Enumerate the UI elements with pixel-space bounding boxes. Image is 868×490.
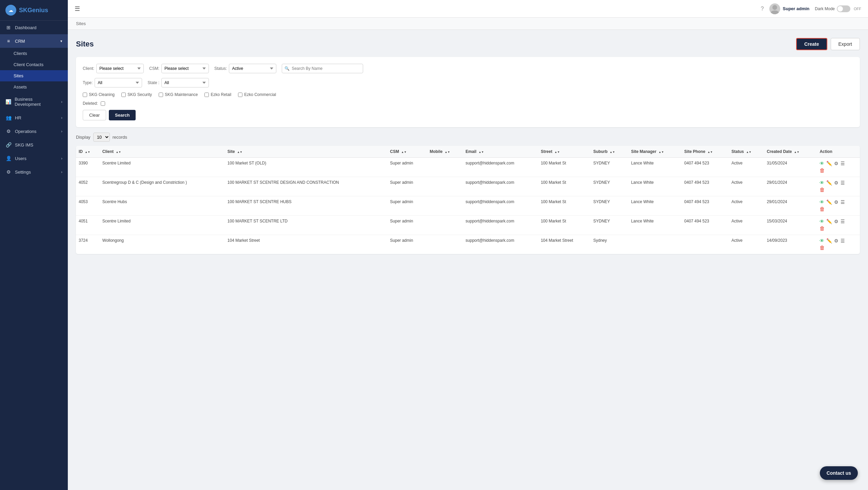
sidebar-item-operations[interactable]: ⚙ Operations › <box>0 124 68 138</box>
edit-icon[interactable]: ✏️ <box>826 199 832 205</box>
edit-icon[interactable]: ✏️ <box>826 238 832 243</box>
col-site-manager[interactable]: Site Manager ▲▼ <box>628 146 682 158</box>
skg-cleaning-checkbox[interactable] <box>83 93 87 97</box>
cell-mobile <box>427 216 463 235</box>
cell-suburb: Sydney <box>591 235 628 254</box>
checkbox-skg-maintenance[interactable]: SKG Maintenance <box>159 92 198 97</box>
delete-icon[interactable]: 🗑 <box>820 226 825 232</box>
sidebar-item-hr[interactable]: 👥 HR › <box>0 111 68 124</box>
csm-select[interactable]: Please select <box>161 64 209 73</box>
skg-maintenance-checkbox[interactable] <box>159 93 163 97</box>
col-id[interactable]: ID ▲▼ <box>76 146 100 158</box>
list-icon[interactable]: ☰ <box>841 238 845 243</box>
client-select[interactable]: Please select <box>96 64 144 73</box>
topbar-left: ☰ <box>75 5 80 13</box>
view-icon[interactable]: 👁 <box>820 238 824 243</box>
page-header: Sites Create Export <box>76 38 860 50</box>
col-status[interactable]: Status ▲▼ <box>729 146 764 158</box>
ezko-commercial-checkbox[interactable] <box>238 93 242 97</box>
sidebar: ☁ SKGenius ⊞ Dashboard ≡ CRM ▾ Clients C… <box>0 0 68 490</box>
sort-phone-icon: ▲▼ <box>707 151 713 154</box>
cell-status: Active <box>729 177 764 196</box>
list-icon[interactable]: ☰ <box>841 180 845 185</box>
list-icon[interactable]: ☰ <box>841 219 845 224</box>
checkbox-ezko-retail[interactable]: Ezko Retail <box>204 92 231 97</box>
deleted-checkbox[interactable] <box>101 101 105 106</box>
toggle-state-label: OFF <box>854 7 861 11</box>
settings-icon[interactable]: ⚙ <box>834 199 839 205</box>
view-icon[interactable]: 👁 <box>820 180 824 185</box>
sidebar-item-users[interactable]: 👤 Users › <box>0 152 68 165</box>
records-per-page-select[interactable]: 10 <box>93 133 110 142</box>
cell-suburb: SYDNEY <box>591 216 628 235</box>
search-button[interactable]: Search <box>109 110 136 120</box>
dark-mode-label: Dark Mode <box>815 6 835 11</box>
search-name-input[interactable] <box>282 64 363 73</box>
sort-email-icon: ▲▼ <box>478 151 484 154</box>
export-button[interactable]: Export <box>831 38 860 50</box>
cell-csm: Super admin <box>387 196 427 216</box>
type-select[interactable]: All <box>95 78 142 87</box>
checkbox-ezko-commercial[interactable]: Ezko Commercial <box>238 92 276 97</box>
sidebar-item-crm[interactable]: ≡ CRM ▾ <box>0 34 68 48</box>
cell-site-manager: Lance White <box>628 177 682 196</box>
checkbox-skg-cleaning[interactable]: SKG Cleaning <box>83 92 115 97</box>
breadcrumb: Sites <box>68 18 868 30</box>
delete-icon[interactable]: 🗑 <box>820 206 825 212</box>
cell-id: 3390 <box>76 158 100 177</box>
col-suburb[interactable]: Suburb ▲▼ <box>591 146 628 158</box>
ezko-retail-checkbox[interactable] <box>204 93 209 97</box>
help-icon[interactable]: ? <box>761 6 764 12</box>
col-created-date[interactable]: Created Date ▲▼ <box>764 146 817 158</box>
view-icon[interactable]: 👁 <box>820 161 824 166</box>
status-select[interactable]: Active <box>229 64 276 73</box>
col-csm[interactable]: CSM ▲▼ <box>387 146 427 158</box>
sidebar-item-clients[interactable]: Clients <box>0 48 68 59</box>
edit-icon[interactable]: ✏️ <box>826 180 832 185</box>
state-filter-label: State : <box>147 80 159 85</box>
sidebar-item-assets[interactable]: Assets <box>0 81 68 93</box>
list-icon[interactable]: ☰ <box>841 161 845 166</box>
table-row: 4051 Scentre Limited 100 MARKET ST SCENT… <box>76 216 860 235</box>
delete-icon[interactable]: 🗑 <box>820 168 825 174</box>
sort-csm-icon: ▲▼ <box>401 151 407 154</box>
settings-icon[interactable]: ⚙ <box>834 161 839 166</box>
view-icon[interactable]: 👁 <box>820 199 824 205</box>
contact-us-button[interactable]: Contact us <box>820 466 858 480</box>
cell-client: Scentregroup D & C (Design and Constrict… <box>100 177 225 196</box>
sidebar-item-business-development[interactable]: 📊 Business Development › <box>0 93 68 111</box>
delete-icon[interactable]: 🗑 <box>820 245 825 251</box>
cell-site-manager: Lance White <box>628 196 682 216</box>
delete-icon[interactable]: 🗑 <box>820 187 825 193</box>
sidebar-item-settings[interactable]: ⚙ Settings › <box>0 165 68 179</box>
sidebar-item-client-contacts[interactable]: Client Contacts <box>0 59 68 70</box>
skg-security-checkbox[interactable] <box>121 93 126 97</box>
edit-icon[interactable]: ✏️ <box>826 219 832 224</box>
toggle-switch[interactable] <box>837 5 850 12</box>
sidebar-item-skgims[interactable]: 🔗 SKG IMS <box>0 138 68 152</box>
list-icon[interactable]: ☰ <box>841 199 845 205</box>
create-button[interactable]: Create <box>796 38 827 50</box>
cell-client: Wollongong <box>100 235 225 254</box>
checkbox-skg-security[interactable]: SKG Security <box>121 92 152 97</box>
col-site-phone[interactable]: Site Phone ▲▼ <box>682 146 729 158</box>
settings-icon[interactable]: ⚙ <box>834 180 839 185</box>
edit-icon[interactable]: ✏️ <box>826 161 832 166</box>
cell-action: 👁 ✏️ ⚙ ☰ 🗑 <box>817 235 860 254</box>
main-area: ☰ ? Super admin Dark Mode OFF Sites <box>68 0 868 490</box>
settings-icon[interactable]: ⚙ <box>834 219 839 224</box>
sidebar-item-sites[interactable]: Sites <box>0 70 68 81</box>
settings-icon[interactable]: ⚙ <box>834 238 839 243</box>
hamburger-menu[interactable]: ☰ <box>75 5 80 13</box>
col-street[interactable]: Street ▲▼ <box>538 146 591 158</box>
dark-mode-toggle[interactable]: Dark Mode OFF <box>815 5 861 12</box>
state-select[interactable]: All <box>161 78 209 87</box>
table-row: 3390 Scentre Limited 100 Market ST (OLD)… <box>76 158 860 177</box>
col-site[interactable]: Site ▲▼ <box>225 146 388 158</box>
col-email[interactable]: Email ▲▼ <box>463 146 538 158</box>
sidebar-item-dashboard[interactable]: ⊞ Dashboard <box>0 21 68 34</box>
col-client[interactable]: Client ▲▼ <box>100 146 225 158</box>
clear-button[interactable]: Clear <box>83 110 106 120</box>
col-mobile[interactable]: Mobile ▲▼ <box>427 146 463 158</box>
view-icon[interactable]: 👁 <box>820 219 824 224</box>
